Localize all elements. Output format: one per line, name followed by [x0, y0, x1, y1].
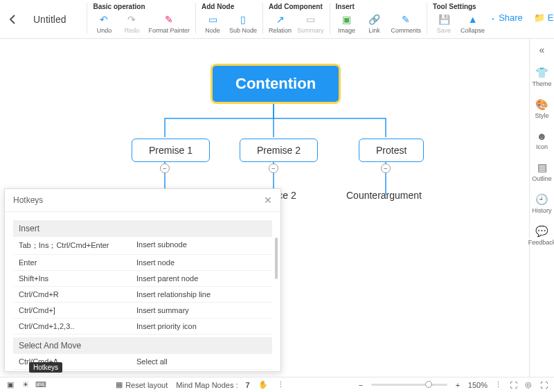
- hotkey-combo: Ctrl/Cmd+]: [19, 306, 136, 314]
- tooltip: Hotkeys: [29, 362, 62, 373]
- collapse-icon: ▲: [467, 13, 479, 26]
- brightness-icon[interactable]: ☀: [21, 380, 30, 390]
- rail-theme[interactable]: 👕Theme: [532, 66, 551, 87]
- layout-icon: ▦: [116, 380, 123, 389]
- hotkeys-panel: Hotkeys ✕ InsertTab；Ins；Ctrl/Cmd+EnterIn…: [4, 188, 281, 372]
- summary-button[interactable]: ▭Summary: [297, 13, 324, 34]
- hand-icon[interactable]: ✋: [258, 380, 268, 390]
- group-tool-settings: Tool Settings 💾Save ▲Collapse: [427, 3, 490, 34]
- redo-icon: ↷: [125, 13, 138, 26]
- scrollbar-thumb[interactable]: [275, 238, 278, 279]
- fullscreen-icon[interactable]: ⛶: [539, 380, 548, 390]
- collapse-button[interactable]: ▲Collapse: [461, 13, 485, 34]
- rail-collapse-button[interactable]: «: [539, 44, 545, 55]
- dots-icon[interactable]: ⋮: [493, 380, 503, 390]
- share-button[interactable]: ⬪Share: [490, 12, 523, 23]
- zoom-slider[interactable]: [371, 384, 447, 386]
- collapse-toggle[interactable]: −: [160, 163, 170, 173]
- back-button[interactable]: [6, 12, 19, 26]
- theme-icon: 👕: [535, 66, 548, 79]
- hotkeys-row: Ctrl/Cmd+]Insert summary: [13, 303, 272, 319]
- undo-button[interactable]: ↶Undo: [93, 13, 115, 34]
- hotkey-combo: Ctrl/Cmd+R: [19, 290, 136, 299]
- hotkey-combo: Ctrl/Cmd+1,2,3..: [19, 322, 136, 330]
- hotkeys-body[interactable]: InsertTab；Ins；Ctrl/Cmd+EnterInsert subno…: [5, 212, 280, 371]
- fit-icon[interactable]: ⛶: [508, 380, 518, 390]
- nodes-count: Mind Map Nodes : 7: [176, 381, 249, 389]
- node-premise-2[interactable]: Premise 2: [240, 139, 318, 162]
- redo-button[interactable]: ↷Redo: [120, 13, 143, 34]
- hotkey-desc: Insert subnode: [136, 240, 187, 251]
- zoom-in-button[interactable]: +: [453, 380, 463, 390]
- insert-image-button[interactable]: ▣Image: [336, 13, 358, 34]
- rail-outline[interactable]: ▤Outline: [532, 161, 552, 182]
- hotkeys-section-title: Select And Move: [13, 337, 272, 354]
- node-protest[interactable]: Protest: [359, 139, 424, 162]
- hotkey-combo: Tab；Ins；Ctrl/Cmd+Enter: [19, 240, 136, 251]
- export-icon: 📁: [534, 12, 545, 23]
- style-icon: 🎨: [535, 98, 548, 111]
- insert-link-button[interactable]: 🔗Link: [364, 13, 386, 34]
- relation-button[interactable]: ↗Relation: [269, 13, 292, 34]
- rail-history[interactable]: 🕘History: [532, 193, 551, 214]
- save-button[interactable]: 💾Save: [433, 13, 455, 34]
- rail-icon[interactable]: ☻Icon: [536, 130, 548, 150]
- comment-icon: ✎: [400, 13, 412, 26]
- close-icon[interactable]: ✕: [264, 195, 272, 206]
- share-icon: ⬪: [490, 12, 496, 23]
- zoom-thumb[interactable]: [425, 381, 432, 388]
- format-painter-button[interactable]: ✎Format Painter: [148, 13, 190, 34]
- hotkeys-row: Tab；Ins；Ctrl/Cmd+EnterInsert subnode: [13, 237, 272, 255]
- group-basic: Basic operation ↶Undo ↷Redo ✎Format Pain…: [87, 3, 195, 34]
- counterargument-label: Counterargument: [346, 190, 422, 201]
- document-title[interactable]: Untitled: [33, 14, 66, 25]
- center-icon[interactable]: ◎: [524, 380, 533, 390]
- group-insert: Insert ▣Image 🔗Link ✎Comments: [330, 3, 427, 34]
- feedback-icon: 💬: [535, 225, 548, 238]
- add-node-button[interactable]: ▭Node: [202, 13, 224, 34]
- hotkeys-title: Hotkeys: [13, 195, 43, 205]
- hotkey-desc: Insert parent node: [136, 274, 198, 283]
- relation-icon: ↗: [274, 13, 287, 26]
- export-button[interactable]: 📁Export: [534, 12, 554, 23]
- hotkey-combo: Enter: [19, 258, 136, 267]
- add-subnode-button[interactable]: ▯Sub Node: [229, 13, 257, 34]
- node-icon: ▭: [206, 13, 219, 26]
- hotkey-desc: Select all: [136, 357, 168, 366]
- hotkey-combo: Shift+Ins: [19, 274, 136, 283]
- reset-layout-button[interactable]: ▦Reset layout: [116, 380, 168, 389]
- icon-icon: ☻: [537, 130, 548, 142]
- hotkey-desc: Insert relationship line: [136, 290, 211, 299]
- rail-style[interactable]: 🎨Style: [535, 98, 548, 119]
- rail-feedback[interactable]: 💬Feedback: [528, 225, 554, 246]
- dots-icon[interactable]: ⋮: [276, 380, 286, 390]
- zoom-out-button[interactable]: −: [356, 380, 366, 390]
- hotkeys-row: EnterInsert node: [13, 255, 272, 271]
- insert-comment-button[interactable]: ✎Comments: [391, 13, 422, 34]
- top-toolbar: Untitled Basic operation ↶Undo ↷Redo ✎Fo…: [0, 0, 554, 39]
- save-icon: 💾: [438, 13, 450, 26]
- bottom-bar: ▣ ☀ ⌨ ▦Reset layout Mind Map Nodes : 7 ✋…: [0, 377, 554, 392]
- right-rail: « 👕Theme 🎨Style ☻Icon ▤Outline 🕘History …: [529, 39, 554, 377]
- brush-icon: ✎: [163, 13, 175, 26]
- hotkey-desc: Insert priority icon: [136, 322, 197, 330]
- root-node[interactable]: Contention: [212, 65, 339, 103]
- presentation-icon[interactable]: ▣: [6, 380, 15, 390]
- collapse-toggle[interactable]: −: [381, 163, 391, 173]
- keyboard-icon[interactable]: ⌨: [36, 380, 46, 390]
- hotkeys-row: Ctrl/Cmd+1,2,3..Insert priority icon: [13, 319, 272, 335]
- hotkeys-row: Ctrl/Cmd+RInsert relationship line: [13, 287, 272, 303]
- collapse-toggle[interactable]: −: [269, 163, 278, 173]
- zoom-percent: 150%: [468, 381, 488, 389]
- hotkey-desc: Insert summary: [136, 306, 189, 314]
- outline-icon: ▤: [537, 161, 547, 174]
- group-add-component: Add Component ↗Relation ▭Summary: [262, 3, 330, 34]
- node-premise-1[interactable]: Premise 1: [132, 139, 210, 162]
- hotkeys-section-title: Insert: [13, 220, 272, 237]
- subnode-icon: ▯: [237, 13, 249, 26]
- summary-icon: ▭: [304, 13, 316, 26]
- hotkeys-row: Shift+InsInsert parent node: [13, 271, 272, 287]
- group-add-node: Add Node ▭Node ▯Sub Node: [195, 3, 262, 34]
- hotkey-desc: Insert node: [136, 258, 175, 267]
- history-icon: 🕘: [535, 193, 548, 206]
